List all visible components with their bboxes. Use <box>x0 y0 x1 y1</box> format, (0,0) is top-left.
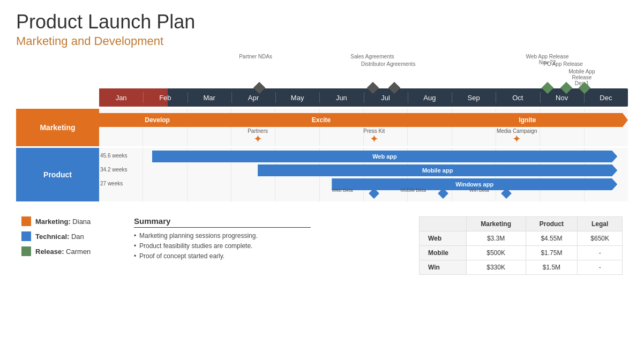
month-oct: Oct <box>496 88 540 107</box>
milestone-label-pcapp: PC App Release <box>544 61 583 67</box>
windowsapp-weeks-label: 27 weeks <box>100 181 123 186</box>
milestone-labels-area: Partner NDAs Sales Agreements Distributo… <box>16 54 628 88</box>
legend-technical-name: Dan <box>71 233 84 241</box>
legend-section: Marketing: Diana Technical: Dan Release:… <box>21 216 118 275</box>
month-mar: Mar <box>188 88 231 107</box>
win-beta-label: Win Beta <box>469 188 489 193</box>
table-cell-web-label: Web <box>420 231 467 246</box>
table-row-web: Web $3.3M $4.55M $650K <box>420 231 623 246</box>
legend-marketing-key: Marketing: <box>35 218 71 226</box>
table-section: Marketing Product Legal Web $3.3M $4.55M… <box>327 216 623 275</box>
legend-marketing-label: Marketing: Diana <box>35 218 91 226</box>
chart-area: Partner NDAs Sales Agreements Distributo… <box>16 54 628 201</box>
legend-release-box <box>21 246 31 256</box>
page-subtitle: Marketing and Development <box>16 34 628 48</box>
product-row: Product 45.6 wee <box>16 148 628 201</box>
table-cell-win-product: $1.5M <box>526 260 578 275</box>
milestone-mediacampaign-icon: ✦ <box>512 132 521 145</box>
webapp-weeks-label: 45.6 weeks <box>100 153 128 159</box>
summary-section: Summary Marketing planning sessions prog… <box>134 216 311 275</box>
marketing-row: Marketing Develop <box>16 109 628 146</box>
legend-marketing-box <box>21 216 31 226</box>
mobileapp-weeks-label: 34.2 weeks <box>100 167 128 173</box>
table-cell-web-legal: $650K <box>578 231 623 246</box>
table-cell-mobile-product: $1.75M <box>526 246 578 260</box>
legend-technical: Technical: Dan <box>21 231 118 241</box>
legend-marketing: Marketing: Diana <box>21 216 118 226</box>
table-cell-win-legal: - <box>578 260 623 275</box>
summary-bullet-3: Proof of concept started early. <box>134 252 311 260</box>
table-row-win: Win $330K $1.5M - <box>420 260 623 275</box>
marketing-content: Develop Excite Ignite Partners ✦ Press K… <box>99 109 628 146</box>
legend-technical-key: Technical: <box>35 233 69 241</box>
legend-release-label: Release: Carmen <box>35 248 91 256</box>
legend-release-name: Carmen <box>66 248 91 256</box>
phase-ignite: Ignite <box>427 113 628 127</box>
table-cell-web-marketing: $3.3M <box>466 231 526 246</box>
milestone-partners-icon: ✦ <box>253 132 263 145</box>
legend-marketing-name: Diana <box>72 218 91 226</box>
legend-technical-label: Technical: Dan <box>35 233 84 241</box>
milestone-label-sales: Sales Agreements <box>350 54 394 59</box>
table-header-marketing: Marketing <box>466 217 526 231</box>
legend-release-key: Release: <box>35 248 64 256</box>
table-header-row: Marketing Product Legal <box>420 217 623 231</box>
phase-excite: Excite <box>205 113 437 127</box>
data-table: Marketing Product Legal Web $3.3M $4.55M… <box>419 216 623 275</box>
table-header-product: Product <box>526 217 578 231</box>
summary-title: Summary <box>134 216 311 228</box>
milestone-presskit-icon: ✦ <box>370 132 379 145</box>
table-cell-web-product: $4.55M <box>526 231 578 246</box>
table-cell-mobile-label: Mobile <box>420 246 467 260</box>
marketing-label: Marketing <box>16 109 99 146</box>
product-content: 45.6 weeks Web app 34.2 weeks Mobile app… <box>99 148 628 201</box>
table-header-empty <box>420 217 467 231</box>
summary-bullet-1: Marketing planning sessions progressing. <box>134 232 311 239</box>
month-jun: Jun <box>319 88 363 107</box>
table-cell-win-label: Win <box>420 260 467 275</box>
month-may: May <box>275 88 319 107</box>
page: Product Launch Plan Marketing and Develo… <box>0 0 644 286</box>
month-feb: Feb <box>143 88 187 107</box>
table-row-mobile: Mobile $500K $1.75M - <box>420 246 623 260</box>
page-title: Product Launch Plan <box>16 11 628 33</box>
table-cell-win-marketing: $330K <box>466 260 526 275</box>
phase-develop: Develop <box>99 113 215 127</box>
month-apr: Apr <box>231 88 275 107</box>
timeline-bar: Jan Feb Mar Apr May Jun Jul Aug Sep Oct … <box>99 88 628 107</box>
month-jan: Jan <box>99 88 143 107</box>
bottom-section: Marketing: Diana Technical: Dan Release:… <box>16 216 628 275</box>
milestone-label-distributor: Distributor Agreements <box>361 61 416 67</box>
timeline-container: Jan Feb Mar Apr May Jun Jul Aug Sep Oct … <box>16 88 628 107</box>
table-header-legal: Legal <box>578 217 623 231</box>
legend-release: Release: Carmen <box>21 246 118 256</box>
web-beta-label: Web Beta <box>332 188 353 193</box>
webapp-bar: Web app <box>152 151 618 162</box>
mobile-beta-label: Mobile Beta <box>401 188 426 193</box>
milestone-label-partner-ndas: Partner NDAs <box>239 54 272 59</box>
product-label: Product <box>16 148 99 201</box>
table-cell-mobile-marketing: $500K <box>466 246 526 260</box>
mobileapp-bar: Mobile app <box>258 164 617 176</box>
month-dec: Dec <box>584 88 628 107</box>
month-sep: Sep <box>452 88 496 107</box>
month-aug: Aug <box>408 88 452 107</box>
summary-bullet-2: Product feasibility studies are complete… <box>134 242 311 250</box>
legend-technical-box <box>21 231 31 241</box>
timeline-spacer <box>16 88 99 107</box>
table-cell-mobile-legal: - <box>578 246 623 260</box>
